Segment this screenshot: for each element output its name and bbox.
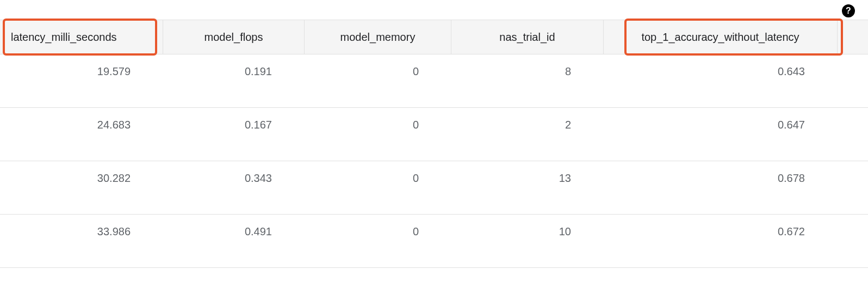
- column-header-label: nas_trial_id: [499, 31, 555, 44]
- table-row: 30.282 0.343 0 13 0.678: [0, 161, 868, 215]
- column-header-memory[interactable]: model_memory: [305, 20, 451, 54]
- cell-trial-id: 2: [451, 108, 604, 131]
- cell-memory: 0: [305, 161, 451, 185]
- column-header-latency[interactable]: latency_milli_seconds: [0, 20, 163, 54]
- column-header-label: top_1_accuracy_without_latency: [641, 31, 799, 44]
- cell-flops: 0.343: [163, 161, 305, 185]
- cell-latency: 19.579: [0, 54, 163, 78]
- metrics-table: latency_milli_seconds model_flops model_…: [0, 20, 868, 268]
- cell-trial-id: 8: [451, 54, 604, 78]
- help-icon[interactable]: ?: [842, 4, 855, 17]
- cell-flops: 0.191: [163, 54, 305, 78]
- table-row: 33.986 0.491 0 10 0.672: [0, 215, 868, 268]
- table-header-row: latency_milli_seconds model_flops model_…: [0, 20, 868, 54]
- table-body: 19.579 0.191 0 8 0.643 24.683 0.167 0 2 …: [0, 54, 868, 268]
- cell-memory: 0: [305, 54, 451, 78]
- column-header-label: model_memory: [340, 31, 416, 44]
- cell-trial-id: 10: [451, 215, 604, 238]
- table-row: 19.579 0.191 0 8 0.643: [0, 54, 868, 108]
- cell-trial-id: 13: [451, 161, 604, 185]
- cell-flops: 0.491: [163, 215, 305, 238]
- table-row: 24.683 0.167 0 2 0.647: [0, 108, 868, 161]
- cell-accuracy: 0.643: [604, 54, 838, 78]
- cell-accuracy: 0.678: [604, 161, 838, 185]
- cell-latency: 30.282: [0, 161, 163, 185]
- column-header-trial-id[interactable]: nas_trial_id: [451, 20, 604, 54]
- cell-memory: 0: [305, 215, 451, 238]
- cell-flops: 0.167: [163, 108, 305, 131]
- cell-latency: 33.986: [0, 215, 163, 238]
- column-header-label: latency_milli_seconds: [11, 31, 117, 44]
- cell-accuracy: 0.647: [604, 108, 838, 131]
- column-header-accuracy[interactable]: top_1_accuracy_without_latency: [604, 20, 838, 54]
- column-header-label: model_flops: [204, 31, 263, 44]
- column-header-flops[interactable]: model_flops: [163, 20, 305, 54]
- cell-latency: 24.683: [0, 108, 163, 131]
- cell-accuracy: 0.672: [604, 215, 838, 238]
- help-icon-glyph: ?: [846, 6, 851, 16]
- cell-memory: 0: [305, 108, 451, 131]
